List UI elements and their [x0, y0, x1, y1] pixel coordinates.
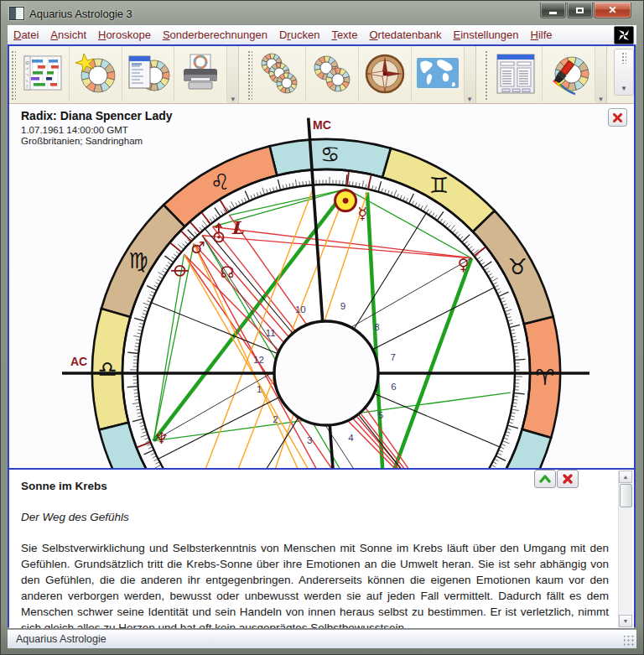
mercury-icon: ☿	[358, 204, 368, 222]
chevron-down-icon: ▾	[622, 84, 626, 92]
toolbar-overflow-0[interactable]: ▾	[227, 46, 239, 103]
planet-sun[interactable]	[335, 190, 356, 211]
interpretation-paragraph: Sie Selbstverwirklichung und Selbsterken…	[21, 540, 609, 628]
close-button[interactable]: ✕	[594, 3, 631, 18]
titlebar[interactable]: Aquarius Astrologie 3 ✕	[3, 2, 643, 25]
toolbar-drag-handle[interactable]	[484, 49, 490, 100]
menu-item-ansicht[interactable]: Ansicht	[44, 27, 92, 43]
house-number-3: 3	[307, 435, 312, 445]
maximize-icon	[576, 8, 584, 13]
wheel-hub	[274, 321, 378, 425]
sign-glyph-gemini: ♊	[429, 173, 449, 198]
resize-grip[interactable]	[624, 636, 635, 647]
menu-item-datei[interactable]: Datei	[8, 27, 44, 43]
interpretation-subheading: Der Weg des Gefühls	[21, 509, 609, 525]
chart-title: Radix: Diana Spencer Lady	[21, 109, 173, 122]
menu-item-texte[interactable]: Texte	[325, 27, 363, 43]
toolbar-button-horoscope-data-dialog[interactable]	[122, 46, 175, 101]
minimize-icon	[549, 12, 557, 14]
toolbar-button-stacked-wheels[interactable]	[253, 46, 306, 101]
interpretation-heading: Sonne im Krebs	[21, 478, 609, 494]
menubar: DateiAnsichtHoroskopeSonderberechnungenD…	[8, 25, 636, 45]
paint-horoscope-wheel-icon	[547, 52, 590, 96]
scroll-down-button[interactable]: ▼	[619, 615, 632, 627]
planet-north-node[interactable]: ☊	[221, 263, 235, 281]
chart-close-button[interactable]	[608, 108, 627, 127]
minimize-button[interactable]	[540, 3, 566, 18]
toolbar-overflow-1[interactable]: ▾	[465, 46, 476, 103]
ephemeris-graph-icon: ⊙♂♃♄♇	[21, 52, 65, 96]
planet-venus[interactable]: ♀	[458, 255, 470, 273]
chart-panel: ♈♉♊♋♌♍♎♏♐♑♒♓123456789101112☿♀♂♆☊LMCAC Ra…	[9, 104, 634, 468]
toolbar-button-synastry-wheels[interactable]	[306, 46, 359, 101]
sign-glyph-leo: ♌	[210, 169, 230, 195]
mdi-pinwheel-icon[interactable]	[614, 26, 634, 44]
new-horoscope-wheel-icon	[74, 52, 117, 96]
house-number-11: 11	[266, 328, 276, 338]
house-number-1: 1	[257, 384, 262, 394]
stacked-wheels-icon	[257, 52, 301, 96]
svg-text:♂: ♂	[25, 66, 29, 71]
sign-glyph-libra: ♎	[97, 356, 117, 382]
interpretation-text: Sonne im Krebs Der Weg des Gefühls Sie S…	[9, 470, 614, 628]
menu-item-horoskope[interactable]: Horoskope	[92, 27, 157, 43]
toolbar-button-world-map[interactable]	[412, 46, 465, 101]
planet-mercury[interactable]: ☿	[358, 204, 368, 222]
house-number-5: 5	[378, 410, 383, 420]
toolbar-button-print-horoscope[interactable]	[174, 46, 227, 101]
places-list-dialog-icon	[494, 52, 538, 96]
menu-item-ortedatenbank[interactable]: Ortedatenbank	[363, 27, 447, 43]
lilith-icon: L	[231, 217, 245, 238]
text-scrollbar[interactable]: ▲ ▼	[618, 470, 632, 627]
window-title: Aquarius Astrologie 3	[29, 8, 132, 20]
collapse-text-button[interactable]	[534, 470, 556, 488]
neptune-icon: ♆	[154, 429, 169, 447]
chevron-up-icon	[539, 475, 551, 483]
sign-glyph-taurus: ♉	[508, 254, 527, 279]
planet-mars[interactable]: ♂	[191, 238, 205, 257]
compass-rose-icon	[363, 52, 407, 96]
mc-label: MC	[313, 118, 331, 132]
app-icon	[9, 7, 24, 20]
menu-item-hilfe[interactable]: Hilfe	[525, 27, 558, 43]
toolbar-stub[interactable]: ▾	[614, 49, 634, 96]
venus-icon: ♀	[458, 255, 470, 273]
scrollbar-thumb[interactable]	[620, 484, 632, 507]
close-text-button[interactable]	[557, 470, 579, 488]
chart-location: Großbritanien; Sandringham	[21, 136, 173, 146]
close-icon: ✕	[608, 5, 616, 15]
house-number-7: 7	[391, 352, 396, 362]
status-text: Aquarius Astrologie	[16, 633, 106, 645]
synastry-wheels-icon	[310, 52, 354, 96]
statusbar: Aquarius Astrologie	[8, 629, 636, 648]
scroll-up-button[interactable]: ▲	[619, 470, 632, 483]
toolbar-drag-handle[interactable]	[247, 49, 252, 100]
mars-icon: ♂	[191, 238, 205, 257]
svg-text:♃: ♃	[25, 72, 29, 77]
menu-item-drucken[interactable]: Drucken	[273, 27, 325, 43]
menu-item-einstellungen[interactable]: Einstellungen	[447, 27, 524, 43]
toolbar-button-places-list-dialog[interactable]	[490, 46, 543, 101]
planet-lilith[interactable]: L	[231, 217, 245, 238]
svg-text:⊙: ⊙	[25, 60, 29, 65]
sign-glyph-virgo: ♍	[129, 248, 148, 273]
house-number-6: 6	[391, 382, 396, 392]
pinwheel-icon	[618, 29, 630, 41]
svg-text:♇: ♇	[25, 84, 29, 89]
sign-glyph-cancer: ♋	[320, 142, 340, 167]
menu-item-sonderberechnungen[interactable]: Sonderberechnungen	[157, 27, 273, 43]
toolbar-button-paint-horoscope-wheel[interactable]	[543, 46, 595, 101]
sign-glyph-aries: ♈	[535, 365, 554, 390]
interpretation-panel: Sonne im Krebs Der Weg des Gefühls Sie S…	[9, 468, 634, 628]
toolbar-button-compass-rose[interactable]	[359, 46, 412, 101]
toolbar-drag-handle[interactable]	[10, 49, 16, 100]
toolbar-button-ephemeris-graph[interactable]: ⊙♂♃♄♇	[17, 46, 70, 101]
svg-text:♄: ♄	[25, 78, 29, 83]
maximize-button[interactable]	[567, 3, 593, 18]
toolbar-overflow-2[interactable]: ▾	[595, 46, 607, 103]
house-number-12: 12	[253, 355, 264, 365]
toolbar-button-new-horoscope-wheel[interactable]	[70, 46, 122, 101]
house-number-8: 8	[374, 322, 379, 332]
planet-neptune[interactable]: ♆	[154, 429, 169, 447]
toolbar: ⊙♂♃♄♇ ▾ ▾ ▾▾	[9, 46, 634, 104]
